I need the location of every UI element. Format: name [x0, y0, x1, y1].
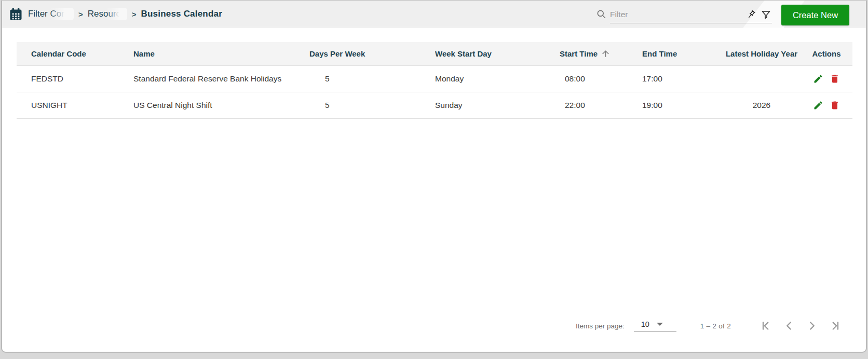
- cell-week-start-day: Sunday: [435, 101, 560, 110]
- cell-actions: [801, 73, 852, 85]
- col-header-days-per-week[interactable]: Days Per Week: [309, 49, 435, 58]
- col-header-name[interactable]: Name: [133, 49, 309, 58]
- content-card: Filter Conf > Resource > Business Calend…: [1, 0, 867, 353]
- breadcrumb-item-filter-configuration[interactable]: Filter Conf: [28, 8, 74, 20]
- trash-icon: [830, 100, 840, 111]
- filter-input[interactable]: [610, 8, 743, 21]
- paginator-nav: [758, 317, 843, 334]
- top-bar: Filter Conf > Resource > Business Calend…: [2, 1, 866, 27]
- col-header-latest-holiday-year[interactable]: Latest Holiday Year: [723, 49, 801, 58]
- create-new-button[interactable]: Create New: [781, 5, 849, 25]
- col-header-calendar-code[interactable]: Calendar Code: [17, 49, 133, 58]
- items-per-page-label: Items per page:: [576, 322, 625, 330]
- page-range-label: 1 – 2 of 2: [700, 322, 731, 330]
- filter-funnel-icon: [761, 9, 771, 20]
- page-size-select[interactable]: 10: [634, 320, 676, 332]
- page-size-value: 10: [641, 320, 649, 328]
- table-filter: [596, 5, 772, 23]
- cell-calendar-code: USNIGHT: [17, 101, 133, 110]
- previous-page-button[interactable]: [781, 317, 797, 334]
- col-header-start-time[interactable]: Start Time: [560, 49, 642, 59]
- search-icon: [596, 9, 607, 20]
- cell-start-time: 22:00: [560, 101, 642, 110]
- chevron-left-icon: [782, 319, 796, 333]
- paginator: Items per page: 10 1 – 2 of 2: [576, 315, 843, 336]
- cell-actions: [801, 100, 852, 111]
- calendar-icon: [9, 7, 23, 21]
- first-page-button[interactable]: [758, 317, 775, 334]
- push-pin-icon: [746, 9, 756, 20]
- cell-start-time: 08:00: [560, 74, 642, 84]
- delete-button[interactable]: [829, 73, 840, 85]
- last-page-button[interactable]: [826, 317, 843, 334]
- cell-days-per-week: 5: [309, 74, 435, 84]
- table-row: FEDSTD Standard Federal Reserve Bank Hol…: [17, 66, 852, 92]
- table-header-row: Calendar Code Name Days Per Week Week St…: [17, 42, 852, 66]
- breadcrumb-trail: Filter Conf > Resource > Business Calend…: [28, 8, 222, 20]
- cell-name: Standard Federal Reserve Bank Holidays: [133, 74, 309, 84]
- last-page-icon: [828, 319, 842, 333]
- cell-end-time: 19:00: [642, 101, 723, 110]
- breadcrumb-item-resource[interactable]: Resource: [88, 8, 127, 20]
- col-header-actions: Actions: [801, 49, 852, 58]
- breadcrumb-separator: >: [78, 10, 83, 19]
- trash-icon: [830, 74, 840, 84]
- business-calendar-table: Calendar Code Name Days Per Week Week St…: [17, 42, 852, 119]
- filter-field: [610, 8, 772, 23]
- delete-button[interactable]: [829, 100, 840, 111]
- sort-arrow-up-icon: [601, 49, 611, 59]
- cell-name: US Central Night Shift: [133, 101, 309, 110]
- pencil-icon: [813, 100, 823, 111]
- chevron-down-icon: [657, 323, 663, 326]
- edit-button[interactable]: [812, 73, 824, 85]
- page-title: Business Calendar: [141, 9, 222, 19]
- breadcrumb-separator: >: [132, 10, 137, 19]
- col-header-week-start-day[interactable]: Week Start Day: [435, 49, 560, 58]
- first-page-icon: [760, 319, 773, 333]
- column-filter-button[interactable]: [760, 8, 772, 21]
- pin-filter-button[interactable]: [745, 8, 757, 21]
- cell-week-start-day: Monday: [435, 74, 560, 84]
- col-header-end-time[interactable]: End Time: [642, 49, 723, 58]
- cell-latest-holiday-year: 2026: [723, 101, 801, 110]
- breadcrumb: Filter Conf > Resource > Business Calend…: [9, 1, 222, 27]
- edit-button[interactable]: [812, 100, 824, 111]
- chevron-right-icon: [805, 319, 819, 333]
- table-row: USNIGHT US Central Night Shift 5 Sunday …: [17, 92, 852, 119]
- next-page-button[interactable]: [804, 317, 820, 334]
- cell-calendar-code: FEDSTD: [17, 74, 133, 84]
- pencil-icon: [813, 74, 823, 84]
- cell-days-per-week: 5: [309, 101, 435, 110]
- cell-end-time: 17:00: [642, 74, 723, 84]
- col-header-start-time-label: Start Time: [560, 49, 598, 58]
- business-calendar-page: Filter Conf > Resource > Business Calend…: [0, 0, 868, 359]
